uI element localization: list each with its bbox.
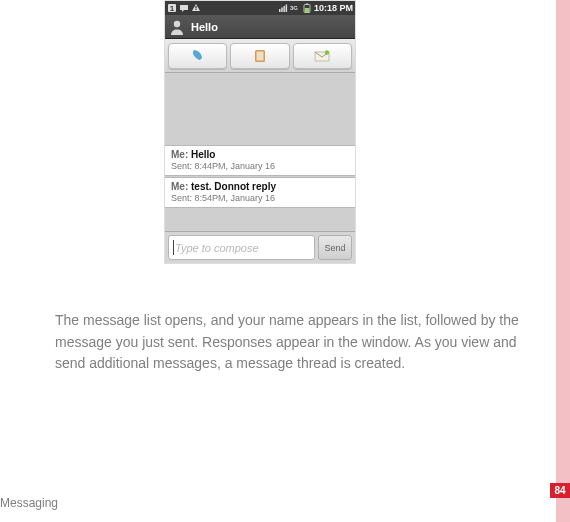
- svg-rect-10: [306, 4, 308, 5]
- svg-rect-3: [195, 9, 196, 10]
- toolbar: [165, 39, 355, 73]
- signal-icon: [278, 3, 288, 13]
- warning-icon: [191, 3, 201, 13]
- svg-text:3G: 3G: [290, 6, 298, 12]
- message-sender: Me:: [171, 181, 188, 192]
- message-sender: Me:: [171, 149, 188, 160]
- message-body: test. Donnot reply: [191, 181, 276, 192]
- svg-point-12: [174, 20, 180, 26]
- svg-rect-6: [283, 6, 285, 12]
- svg-rect-7: [286, 5, 288, 13]
- side-tab-stripe: [556, 0, 570, 522]
- manual-page: 1 3G 10:18 PM: [0, 0, 570, 522]
- message-header: Me: Hello: [171, 149, 349, 160]
- page-number-badge: 84: [550, 483, 570, 498]
- description-paragraph: The message list opens, and your name ap…: [55, 310, 543, 375]
- text-cursor: [173, 240, 174, 255]
- battery-icon: [302, 3, 312, 13]
- message-body: Hello: [191, 149, 215, 160]
- svg-rect-14: [256, 51, 263, 60]
- status-right: 3G 10:18 PM: [278, 3, 353, 13]
- message-icon: [179, 3, 189, 13]
- svg-rect-4: [279, 9, 281, 12]
- message-item[interactable]: Me: Hello Sent: 8:44PM, January 16: [165, 145, 355, 176]
- message-header: Me: test. Donnot reply: [171, 181, 349, 192]
- message-meta: Sent: 8:54PM, January 16: [171, 193, 349, 203]
- compose-mail-button[interactable]: [293, 43, 352, 69]
- call-button[interactable]: [168, 43, 227, 69]
- footer-section-title: Messaging: [0, 496, 58, 510]
- svg-rect-5: [281, 8, 283, 13]
- data-3g-icon: 3G: [290, 3, 300, 13]
- send-button[interactable]: Send: [318, 235, 352, 260]
- svg-text:1: 1: [170, 4, 175, 13]
- compose-input[interactable]: Type to compose: [168, 235, 315, 260]
- conversation-title: Hello: [191, 21, 218, 33]
- contacts-button[interactable]: [230, 43, 289, 69]
- svg-rect-11: [305, 8, 310, 12]
- notification-icon: 1: [167, 3, 177, 13]
- compose-bar: Type to compose Send: [165, 231, 355, 263]
- svg-point-15: [325, 50, 329, 54]
- contact-avatar-icon: [167, 17, 187, 37]
- message-thread: Me: Hello Sent: 8:44PM, January 16 Me: t…: [165, 73, 355, 231]
- conversation-title-bar: Hello: [165, 15, 355, 39]
- message-meta: Sent: 8:44PM, January 16: [171, 161, 349, 171]
- status-left: 1: [167, 3, 201, 13]
- phone-screenshot: 1 3G 10:18 PM: [164, 0, 356, 264]
- send-label: Send: [324, 243, 345, 253]
- thread-spacer: [165, 73, 355, 145]
- compose-placeholder: Type to compose: [175, 242, 259, 254]
- svg-rect-2: [195, 6, 196, 9]
- android-status-bar: 1 3G 10:18 PM: [165, 1, 355, 15]
- status-clock: 10:18 PM: [314, 3, 353, 13]
- message-item[interactable]: Me: test. Donnot reply Sent: 8:54PM, Jan…: [165, 177, 355, 208]
